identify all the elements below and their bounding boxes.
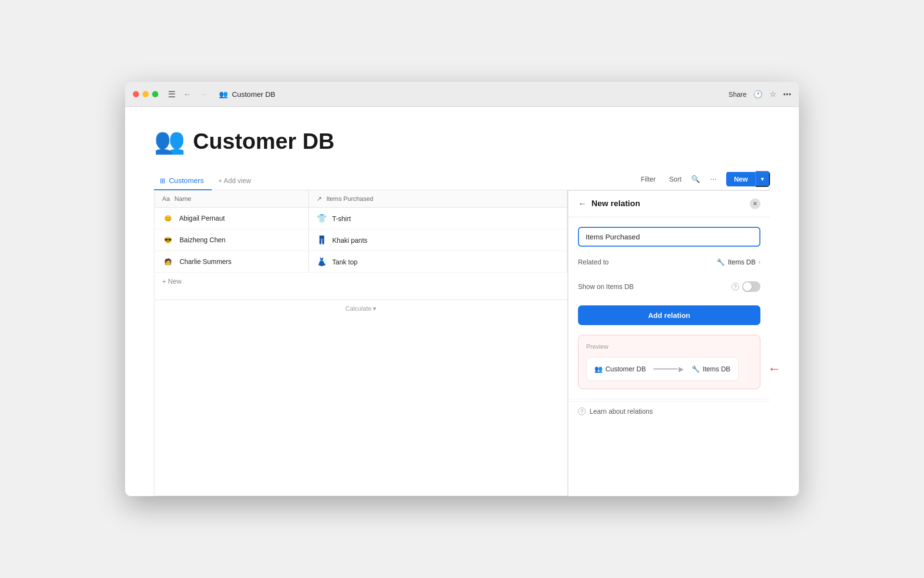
show-on-toggle[interactable] (742, 281, 760, 292)
show-on-row: Show on Items DB ? (578, 277, 760, 296)
items-col-icon: ↗ (317, 195, 322, 202)
items-col-label: Items Purchased (326, 195, 373, 202)
customer-name-1: Abigail Pernaut (179, 214, 225, 222)
item-icon-2: 👖 (317, 236, 327, 245)
panel-close-button[interactable]: ✕ (750, 198, 760, 209)
item-name-1: T-shirt (332, 215, 351, 223)
preview-diagram: 👥 Customer DB ▶ 🔧 Items DB (586, 357, 739, 381)
page-title: Customer DB (193, 128, 334, 154)
source-db-name: Customer DB (605, 365, 646, 373)
help-icon[interactable]: ? (732, 283, 739, 290)
calculate-label: Calculate (346, 305, 372, 312)
show-on-label: Show on Items DB (578, 283, 727, 290)
panel-header: ← New relation ✕ (568, 191, 770, 217)
name-col-icon: Aa (162, 195, 170, 202)
table-area: Aa Name ↗ Items Purchased 😊 (154, 190, 770, 496)
nav-forward[interactable]: → (197, 89, 209, 100)
preview-label: Preview (586, 343, 752, 350)
new-record-button[interactable]: New (726, 172, 756, 186)
panel-body: Related to 🔧 Items DB › Show on Items DB… (568, 217, 770, 335)
more-button[interactable]: ··· (706, 172, 720, 186)
preview-section: Preview 👥 Customer DB ▶ (578, 335, 760, 389)
chevron-right-icon: › (758, 259, 760, 265)
target-db-icon: 🔧 (692, 365, 700, 373)
avatar-2: 😎 (162, 234, 174, 246)
close-button[interactable] (133, 91, 139, 97)
arrow-line (654, 368, 678, 369)
history-icon[interactable]: 🕐 (753, 90, 763, 99)
related-to-label: Related to (578, 258, 712, 266)
more-options-icon[interactable]: ••• (783, 90, 791, 99)
related-to-row: Related to 🔧 Items DB › (578, 254, 760, 270)
relation-name-input[interactable] (578, 227, 760, 247)
nav-buttons: ← → (181, 89, 209, 100)
col-header-items: ↗ Items Purchased (308, 190, 567, 208)
learn-help-icon: ? (578, 407, 586, 415)
arrow-head-icon: ▶ (679, 365, 684, 373)
preview-arrow: ▶ (654, 365, 684, 373)
divider (568, 399, 770, 399)
new-record-dropdown[interactable]: ▾ (756, 171, 770, 187)
name-cell-1: 😊 Abigail Pernaut (154, 208, 308, 229)
panel-back-button[interactable]: ← (578, 199, 587, 209)
table-row[interactable]: 😊 Abigail Pernaut 👕 T-shirt (154, 208, 567, 229)
traffic-lights (133, 91, 158, 97)
customer-name-3: Charlie Summers (180, 258, 231, 265)
nav-back[interactable]: ← (181, 89, 193, 100)
tab-customers[interactable]: ⊞ Customers (154, 171, 212, 190)
col-header-name: Aa Name (154, 190, 308, 208)
share-button[interactable]: Share (729, 91, 746, 98)
sort-button[interactable]: Sort (666, 173, 686, 185)
panel-title: New relation (591, 199, 745, 209)
window-title-text: Customer DB (232, 90, 275, 98)
toggle-wrapper: ? (732, 281, 760, 292)
item-icon-1: 👕 (317, 214, 327, 223)
customers-table: Aa Name ↗ Items Purchased 😊 (154, 190, 567, 273)
side-panel: ← New relation ✕ Related to 🔧 Items DB (568, 190, 770, 496)
filter-button[interactable]: Filter (637, 173, 659, 185)
titlebar-actions: Share 🕐 ☆ ••• (729, 90, 791, 99)
item-cell-1: 👕 T-shirt (308, 208, 567, 229)
tab-actions: Filter Sort 🔍 ··· New ▾ (637, 171, 770, 190)
avatar-1: 😊 (162, 212, 174, 224)
item-cell-2: 👖 Khaki pants (308, 229, 567, 251)
main-content: 👥 Customer DB ⊞ Customers + Add view Fil… (125, 107, 799, 496)
item-name-3: Tank top (332, 258, 358, 266)
table-wrapper: Aa Name ↗ Items Purchased 😊 (154, 190, 568, 496)
avatar-3: 🧑 (162, 256, 174, 267)
menu-icon[interactable]: ☰ (168, 89, 176, 100)
tab-customers-icon: ⊞ (160, 177, 166, 184)
learn-about-button[interactable]: ? Learn about relations (568, 401, 770, 421)
name-cell-2: 😎 Baizheng Chen (154, 229, 308, 251)
item-icon-3: 👗 (317, 257, 327, 266)
minimize-button[interactable] (142, 91, 149, 97)
name-col-label: Name (175, 195, 192, 202)
calculate-chevron: ▾ (373, 305, 376, 312)
items-db-icon: 🔧 (717, 258, 725, 266)
star-icon[interactable]: ☆ (770, 90, 776, 99)
add-view-button[interactable]: + Add view (212, 172, 258, 189)
calculate-button[interactable]: Calculate ▾ (154, 300, 567, 317)
learn-label: Learn about relations (590, 407, 653, 415)
search-icon[interactable]: 🔍 (691, 175, 700, 184)
related-to-db-name: Items DB (728, 258, 756, 266)
tab-customers-label: Customers (169, 176, 204, 184)
table-row[interactable]: 😎 Baizheng Chen 👖 Khaki pants (154, 229, 567, 251)
window-title-icon: 👥 (219, 90, 228, 99)
red-arrow-indicator: ← (768, 361, 781, 377)
app-window: ☰ ← → 👥 Customer DB Share 🕐 ☆ ••• 👥 Cust… (125, 82, 799, 496)
page-header: 👥 Customer DB (154, 126, 770, 156)
related-to-value[interactable]: 🔧 Items DB › (717, 258, 760, 266)
add-relation-button[interactable]: Add relation (578, 305, 760, 325)
customer-name-2: Baizheng Chen (180, 236, 226, 244)
name-cell-3: 🧑 Charlie Summers (154, 251, 308, 273)
table-row[interactable]: 🧑 Charlie Summers 👗 Tank top (154, 251, 567, 273)
fullscreen-button[interactable] (152, 91, 158, 97)
page-icon: 👥 (154, 126, 185, 156)
window-title: 👥 Customer DB (219, 90, 275, 99)
preview-container: 👥 Customer DB ▶ 🔧 Items DB (586, 357, 752, 381)
titlebar: ☰ ← → 👥 Customer DB Share 🕐 ☆ ••• (125, 82, 799, 107)
preview-target-db: 🔧 Items DB (692, 365, 731, 373)
item-cell-3: 👗 Tank top (308, 251, 567, 273)
add-row-button[interactable]: + New (154, 273, 567, 290)
